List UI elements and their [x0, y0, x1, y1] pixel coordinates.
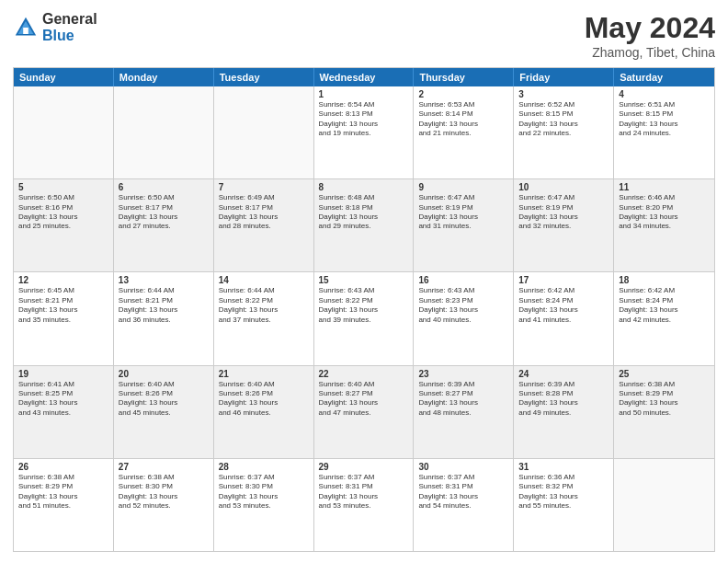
day-number: 3 — [518, 89, 609, 99]
day-number: 1 — [319, 89, 409, 99]
header: General Blue May 2024 Zhamog, Tibet, Chi… — [13, 11, 715, 60]
day-info: Sunrise: 6:54 AM Sunset: 8:13 PM Dayligh… — [319, 100, 409, 139]
day-number: 26 — [18, 462, 108, 472]
day-number: 18 — [619, 275, 710, 285]
logo: General Blue — [13, 11, 97, 43]
cal-cell-r4-c2: 28Sunrise: 6:37 AM Sunset: 8:30 PM Dayli… — [214, 459, 314, 551]
cal-cell-r3-c3: 22Sunrise: 6:40 AM Sunset: 8:27 PM Dayli… — [314, 366, 415, 458]
title-block: May 2024 Zhamog, Tibet, China — [585, 11, 715, 60]
day-info: Sunrise: 6:41 AM Sunset: 8:25 PM Dayligh… — [18, 380, 108, 419]
day-number: 28 — [219, 462, 309, 472]
header-thursday: Thursday — [414, 68, 514, 86]
day-number: 2 — [418, 89, 508, 99]
day-number: 8 — [319, 182, 409, 192]
day-number: 10 — [518, 182, 609, 192]
cal-cell-r4-c0: 26Sunrise: 6:38 AM Sunset: 8:29 PM Dayli… — [14, 459, 114, 551]
cal-cell-r1-c4: 9Sunrise: 6:47 AM Sunset: 8:19 PM Daylig… — [414, 179, 514, 271]
day-info: Sunrise: 6:53 AM Sunset: 8:14 PM Dayligh… — [418, 100, 508, 139]
day-info: Sunrise: 6:39 AM Sunset: 8:27 PM Dayligh… — [418, 380, 508, 419]
cal-cell-r2-c6: 18Sunrise: 6:42 AM Sunset: 8:24 PM Dayli… — [614, 272, 714, 364]
day-info: Sunrise: 6:44 AM Sunset: 8:21 PM Dayligh… — [119, 286, 209, 325]
day-number: 20 — [119, 369, 209, 379]
day-number: 27 — [119, 462, 209, 472]
cal-cell-r2-c5: 17Sunrise: 6:42 AM Sunset: 8:24 PM Dayli… — [514, 272, 614, 364]
cal-cell-r1-c6: 11Sunrise: 6:46 AM Sunset: 8:20 PM Dayli… — [614, 179, 714, 271]
cal-cell-r0-c5: 3Sunrise: 6:52 AM Sunset: 8:15 PM Daylig… — [514, 86, 614, 178]
logo-general-text: General — [42, 11, 97, 28]
page: General Blue May 2024 Zhamog, Tibet, Chi… — [0, 0, 728, 563]
day-number: 13 — [119, 275, 209, 285]
day-number: 30 — [418, 462, 508, 472]
cal-cell-r2-c3: 15Sunrise: 6:43 AM Sunset: 8:22 PM Dayli… — [314, 272, 415, 364]
day-number: 31 — [518, 462, 609, 472]
header-sunday: Sunday — [14, 68, 114, 86]
day-number: 6 — [119, 182, 209, 192]
cal-cell-r0-c4: 2Sunrise: 6:53 AM Sunset: 8:14 PM Daylig… — [414, 86, 514, 178]
cal-cell-r0-c3: 1Sunrise: 6:54 AM Sunset: 8:13 PM Daylig… — [314, 86, 415, 178]
cal-cell-r0-c1 — [114, 86, 214, 178]
day-info: Sunrise: 6:48 AM Sunset: 8:18 PM Dayligh… — [319, 193, 409, 232]
day-number: 16 — [418, 275, 508, 285]
cal-cell-r4-c4: 30Sunrise: 6:37 AM Sunset: 8:31 PM Dayli… — [414, 459, 514, 551]
day-info: Sunrise: 6:45 AM Sunset: 8:21 PM Dayligh… — [18, 286, 108, 325]
day-info: Sunrise: 6:40 AM Sunset: 8:26 PM Dayligh… — [219, 380, 309, 419]
day-number: 17 — [518, 275, 609, 285]
day-info: Sunrise: 6:39 AM Sunset: 8:28 PM Dayligh… — [518, 380, 609, 419]
header-friday: Friday — [514, 68, 614, 86]
day-info: Sunrise: 6:46 AM Sunset: 8:20 PM Dayligh… — [619, 193, 710, 232]
cal-cell-r2-c0: 12Sunrise: 6:45 AM Sunset: 8:21 PM Dayli… — [14, 272, 114, 364]
logo-blue-text: Blue — [42, 28, 97, 44]
main-title: May 2024 — [585, 11, 715, 45]
day-info: Sunrise: 6:44 AM Sunset: 8:22 PM Dayligh… — [219, 286, 309, 325]
cal-row-3: 19Sunrise: 6:41 AM Sunset: 8:25 PM Dayli… — [14, 365, 714, 458]
cal-cell-r4-c6 — [614, 459, 714, 551]
cal-cell-r1-c3: 8Sunrise: 6:48 AM Sunset: 8:18 PM Daylig… — [314, 179, 415, 271]
header-monday: Monday — [114, 68, 214, 86]
day-number: 7 — [219, 182, 309, 192]
cal-cell-r2-c2: 14Sunrise: 6:44 AM Sunset: 8:22 PM Dayli… — [214, 272, 314, 364]
cal-cell-r1-c1: 6Sunrise: 6:50 AM Sunset: 8:17 PM Daylig… — [114, 179, 214, 271]
cal-cell-r1-c0: 5Sunrise: 6:50 AM Sunset: 8:16 PM Daylig… — [14, 179, 114, 271]
day-info: Sunrise: 6:42 AM Sunset: 8:24 PM Dayligh… — [518, 286, 609, 325]
day-info: Sunrise: 6:37 AM Sunset: 8:30 PM Dayligh… — [219, 473, 309, 511]
cal-cell-r2-c1: 13Sunrise: 6:44 AM Sunset: 8:21 PM Dayli… — [114, 272, 214, 364]
cal-row-1: 5Sunrise: 6:50 AM Sunset: 8:16 PM Daylig… — [14, 178, 714, 271]
logo-icon — [13, 15, 39, 40]
day-number: 9 — [418, 182, 508, 192]
cal-cell-r0-c0 — [14, 86, 114, 178]
calendar-header: Sunday Monday Tuesday Wednesday Thursday… — [14, 68, 714, 86]
cal-cell-r4-c3: 29Sunrise: 6:37 AM Sunset: 8:31 PM Dayli… — [314, 459, 415, 551]
cal-cell-r0-c6: 4Sunrise: 6:51 AM Sunset: 8:15 PM Daylig… — [614, 86, 714, 178]
day-number: 25 — [619, 369, 710, 379]
day-number: 24 — [518, 369, 609, 379]
day-number: 4 — [619, 89, 710, 99]
header-tuesday: Tuesday — [214, 68, 314, 86]
day-number: 22 — [319, 369, 409, 379]
day-info: Sunrise: 6:50 AM Sunset: 8:16 PM Dayligh… — [18, 193, 108, 232]
cal-cell-r3-c6: 25Sunrise: 6:38 AM Sunset: 8:29 PM Dayli… — [614, 366, 714, 458]
day-info: Sunrise: 6:50 AM Sunset: 8:17 PM Dayligh… — [119, 193, 209, 232]
header-wednesday: Wednesday — [314, 68, 415, 86]
day-info: Sunrise: 6:36 AM Sunset: 8:32 PM Dayligh… — [518, 473, 609, 511]
cal-cell-r1-c2: 7Sunrise: 6:49 AM Sunset: 8:17 PM Daylig… — [214, 179, 314, 271]
day-info: Sunrise: 6:49 AM Sunset: 8:17 PM Dayligh… — [219, 193, 309, 232]
day-info: Sunrise: 6:51 AM Sunset: 8:15 PM Dayligh… — [619, 100, 710, 139]
day-info: Sunrise: 6:42 AM Sunset: 8:24 PM Dayligh… — [619, 286, 710, 325]
day-info: Sunrise: 6:38 AM Sunset: 8:29 PM Dayligh… — [18, 473, 108, 511]
subtitle: Zhamog, Tibet, China — [585, 45, 715, 60]
day-info: Sunrise: 6:43 AM Sunset: 8:23 PM Dayligh… — [418, 286, 508, 325]
cal-cell-r3-c1: 20Sunrise: 6:40 AM Sunset: 8:26 PM Dayli… — [114, 366, 214, 458]
cal-row-2: 12Sunrise: 6:45 AM Sunset: 8:21 PM Dayli… — [14, 271, 714, 364]
day-info: Sunrise: 6:47 AM Sunset: 8:19 PM Dayligh… — [418, 193, 508, 232]
day-number: 14 — [219, 275, 309, 285]
cal-cell-r4-c5: 31Sunrise: 6:36 AM Sunset: 8:32 PM Dayli… — [514, 459, 614, 551]
day-number: 29 — [319, 462, 409, 472]
cal-cell-r4-c1: 27Sunrise: 6:38 AM Sunset: 8:30 PM Dayli… — [114, 459, 214, 551]
svg-rect-2 — [23, 28, 28, 34]
day-number: 15 — [319, 275, 409, 285]
calendar-body: 1Sunrise: 6:54 AM Sunset: 8:13 PM Daylig… — [14, 86, 714, 551]
cal-row-0: 1Sunrise: 6:54 AM Sunset: 8:13 PM Daylig… — [14, 86, 714, 178]
day-number: 19 — [18, 369, 108, 379]
header-saturday: Saturday — [614, 68, 714, 86]
cal-cell-r3-c5: 24Sunrise: 6:39 AM Sunset: 8:28 PM Dayli… — [514, 366, 614, 458]
